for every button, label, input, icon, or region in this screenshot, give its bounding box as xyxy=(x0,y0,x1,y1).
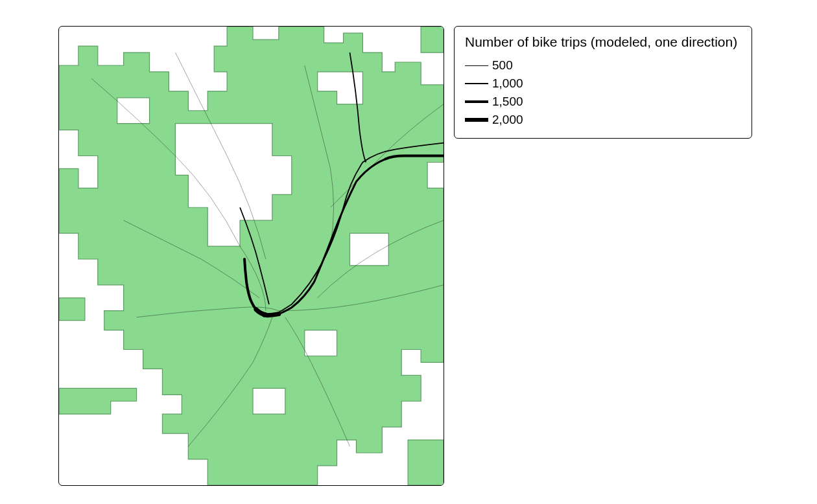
legend-item: 2,000 xyxy=(465,111,741,129)
legend-label: 500 xyxy=(492,58,513,73)
map-frame xyxy=(58,26,444,486)
map-canvas xyxy=(59,27,444,485)
legend-line-2000 xyxy=(465,118,488,122)
legend-line-500 xyxy=(465,65,488,66)
legend-label: 1,000 xyxy=(492,76,523,91)
legend-label: 2,000 xyxy=(492,113,523,127)
legend-item: 1,000 xyxy=(465,74,741,93)
legend-line-1000 xyxy=(465,83,488,84)
legend-line-1500 xyxy=(465,100,488,103)
legend-item: 500 xyxy=(465,56,741,74)
legend-title: Number of bike trips (modeled, one direc… xyxy=(465,34,741,50)
hub-node xyxy=(262,312,267,317)
legend: Number of bike trips (modeled, one direc… xyxy=(454,26,752,139)
legend-label: 1,500 xyxy=(492,95,523,109)
region-layer xyxy=(59,27,444,485)
legend-item: 1,500 xyxy=(465,93,741,111)
